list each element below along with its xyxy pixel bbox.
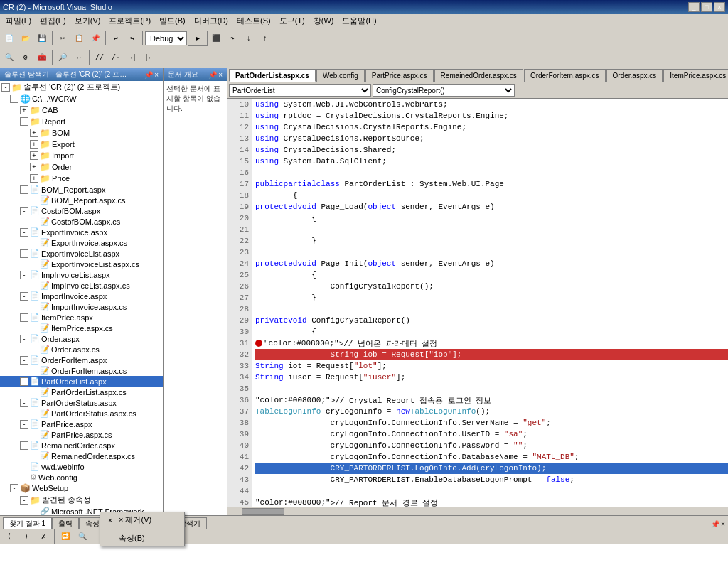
start-button[interactable]: ▶ xyxy=(188,31,208,46)
code-line-12[interactable]: using CrystalDecisions.CrystalReports.En… xyxy=(255,122,728,133)
code-line-10[interactable]: using System.Web.UI.WebControls.WebParts… xyxy=(255,99,728,110)
find-button[interactable]: 🔎 xyxy=(55,50,70,65)
tab-web-config[interactable]: Web.config xyxy=(316,69,365,82)
cut-button[interactable]: ✂ xyxy=(55,31,70,46)
menu-build[interactable]: 빌드(B) xyxy=(155,14,190,28)
tree-cab-folder[interactable]: + 📁 CAB xyxy=(0,104,163,116)
bottom-toolbar-btn2[interactable]: ⟩ xyxy=(18,529,34,544)
tree-solution-root[interactable]: - 📁 솔루션 'CR (2)' (2 프로젝트) xyxy=(0,81,163,93)
code-line-30[interactable]: { xyxy=(255,326,728,338)
tab-remainedorder-aspx-cs[interactable]: RemainedOrder.aspx.cs xyxy=(434,69,523,82)
context-menu-remove[interactable]: × × 제거(V) xyxy=(100,512,184,527)
tree-order-aspx[interactable]: - 📄 Order.aspx xyxy=(0,333,163,344)
tree-dependencies-folder[interactable]: - 📁 발견된 종속성 xyxy=(0,494,163,506)
code-line-37[interactable]: TableLogOnInfo cryLogonInfo = new TableL… xyxy=(255,406,728,417)
code-line-35[interactable] xyxy=(255,383,728,394)
code-line-23[interactable] xyxy=(255,247,728,258)
code-line-15[interactable]: using System.Data.SqlClient; xyxy=(255,156,728,167)
paste-button[interactable]: 📌 xyxy=(87,31,103,46)
tree-exportinvoicelist-aspx[interactable]: - 📄 ExportInvoiceList.aspx xyxy=(0,248,163,259)
tree-partprice-cs[interactable]: 📝 PartPrice.aspx.cs xyxy=(0,429,163,440)
debug-mode-select[interactable]: Debug xyxy=(145,31,187,45)
document-outline-close[interactable]: × xyxy=(218,71,223,79)
tree-impinvoicelist-aspx[interactable]: - 📄 ImpInvoiceList.aspx xyxy=(0,269,163,280)
code-line-11[interactable]: using rptdoc = CrystalDecisions.CrystalR… xyxy=(255,110,728,122)
code-line-40[interactable]: cryLogonInfo.ConnectionInfo.Password = "… xyxy=(255,440,728,451)
menu-project[interactable]: 프로젝트(P) xyxy=(105,14,155,28)
tab-order-aspx-cs[interactable]: Order.aspx.cs xyxy=(606,69,663,82)
new-file-button[interactable]: 📄 xyxy=(1,31,17,46)
close-button[interactable]: × xyxy=(714,2,725,12)
tab-itemprice-aspx-cs[interactable]: ItemPrice.aspx.cs xyxy=(663,69,728,82)
tree-itemprice-aspx[interactable]: - 📄 ItemPrice.aspx xyxy=(0,312,163,323)
code-line-22[interactable]: } xyxy=(255,235,728,247)
menu-test[interactable]: 테스트(S) xyxy=(232,14,275,28)
scrollbar-thumb-h[interactable] xyxy=(242,508,284,515)
code-content[interactable]: using System.Web.UI.WebControls.WebParts… xyxy=(252,99,728,507)
minimize-button[interactable]: _ xyxy=(688,2,700,12)
code-line-32[interactable]: String iob = Request["iob"]; xyxy=(255,349,728,360)
code-line-31[interactable]: "color:#008000;">// 넘어온 파라메터 설정 xyxy=(255,338,728,349)
undo-button[interactable]: ↩ xyxy=(108,31,124,46)
code-line-27[interactable]: } xyxy=(255,292,728,303)
tab-partprice-aspx-cs[interactable]: PartPrice.aspx.cs xyxy=(365,69,434,82)
bottom-toolbar-btn5[interactable]: 🔍 xyxy=(75,529,90,544)
code-line-43[interactable]: CRY_PARTORDERLIST.EnableDatabaseLogonPro… xyxy=(255,474,728,485)
step-out-button[interactable]: ↑ xyxy=(257,31,273,46)
menu-file[interactable]: 파일(F) xyxy=(1,14,36,28)
tree-vwd-webinfo[interactable]: 📄 vwd.webinfo xyxy=(0,461,163,472)
tree-partorderstatus-aspx[interactable]: - 📄 PartOrderStatus.aspx xyxy=(0,397,163,408)
tree-importinvoice-cs[interactable]: 📝 ImportInvoice.aspx.cs xyxy=(0,301,163,312)
uncomment-button[interactable]: /· xyxy=(108,50,124,65)
tree-report-folder[interactable]: - 📁 Report xyxy=(0,116,163,127)
tree-remainedorder-aspx[interactable]: - 📄 RemainedOrder.aspx xyxy=(0,440,163,451)
bottom-toolbar-btn3[interactable]: ✗ xyxy=(36,529,51,544)
editor-scrollbar-h[interactable] xyxy=(228,507,728,515)
tree-costofbom-aspx[interactable]: - 📄 CostofBOM.aspx xyxy=(0,205,163,216)
code-line-18[interactable]: { xyxy=(255,190,728,201)
tree-import-folder[interactable]: + 📁 Import xyxy=(0,150,163,161)
step-into-button[interactable]: ↓ xyxy=(241,31,257,46)
document-outline-pin[interactable]: 📌 xyxy=(208,71,217,79)
menu-view[interactable]: 보기(V) xyxy=(70,14,105,28)
tab-orderforitem-aspx-cs[interactable]: OrderForItem.aspx.cs xyxy=(524,69,606,82)
code-line-26[interactable]: ConfigCrystalReport(); xyxy=(255,281,728,292)
menu-debug[interactable]: 디버그(D) xyxy=(190,14,232,28)
code-line-41[interactable]: cryLogonInfo.ConnectionInfo.DatabaseName… xyxy=(255,451,728,463)
bottom-panel-pin[interactable]: 📌 xyxy=(711,520,719,529)
comment-button[interactable]: // xyxy=(92,50,107,65)
redo-button[interactable]: ↪ xyxy=(124,31,140,46)
code-line-13[interactable]: using CrystalDecisions.ReportSource; xyxy=(255,133,728,144)
tree-order-folder[interactable]: + 📁 Order xyxy=(0,161,163,173)
menu-help[interactable]: 도움말(H) xyxy=(338,14,380,28)
tree-impinvoicelist-cs[interactable]: 📝 ImpInvoiceList.aspx.cs xyxy=(0,280,163,291)
properties-button[interactable]: ⚙ xyxy=(18,50,33,65)
code-line-28[interactable] xyxy=(255,303,728,315)
tree-orderforitem-aspx[interactable]: - 📄 OrderForItem.aspx xyxy=(0,355,163,365)
copy-button[interactable]: 📋 xyxy=(71,31,87,46)
bottom-tab-find[interactable]: 찾기 결과 1 xyxy=(3,517,52,529)
code-line-39[interactable]: cryLogonInfo.ConnectionInfo.UserID = "sa… xyxy=(255,429,728,440)
bottom-panel-close[interactable]: × xyxy=(721,521,725,529)
code-line-24[interactable]: protected void Page_Init(object sender, … xyxy=(255,258,728,269)
replace-button[interactable]: ↔ xyxy=(71,50,87,65)
tree-itemprice-cs[interactable]: 📝 ItemPrice.aspx.cs xyxy=(0,323,163,333)
tree-price-folder[interactable]: + 📁 Price xyxy=(0,173,163,184)
code-line-17[interactable]: public partial class PartOrderList : Sys… xyxy=(255,178,728,190)
solution-explorer-close[interactable]: × xyxy=(154,71,159,79)
code-line-42[interactable]: CRY_PARTORDERLIST.LogOnInfo.Add(cryLogon… xyxy=(255,463,728,474)
bottom-tab-output[interactable]: 출력 xyxy=(52,517,79,529)
indent-button[interactable]: →| xyxy=(124,50,140,65)
code-line-21[interactable] xyxy=(255,224,728,235)
context-menu-properties[interactable]: 속성(B) xyxy=(100,531,184,546)
tree-exportinvoice-cs[interactable]: 📝 ExportInvoice.aspx.cs xyxy=(0,237,163,248)
code-line-33[interactable]: String iot = Request["lot"]; xyxy=(255,360,728,372)
code-line-34[interactable]: String iuser = Request["iuser"]; xyxy=(255,372,728,383)
tree-partprice-aspx[interactable]: - 📄 PartPrice.aspx xyxy=(0,419,163,429)
code-line-14[interactable]: using CrystalDecisions.Shared; xyxy=(255,144,728,156)
tree-orderforitem-cs[interactable]: 📝 OrderForItem.aspx.cs xyxy=(0,365,163,376)
tree-importinvoice-aspx[interactable]: - 📄 ImportInvoice.aspx xyxy=(0,291,163,301)
step-over-button[interactable]: ↷ xyxy=(225,31,240,46)
toolbox-button[interactable]: 🧰 xyxy=(34,50,50,65)
code-line-29[interactable]: private void ConfigCrystalReport() xyxy=(255,315,728,326)
